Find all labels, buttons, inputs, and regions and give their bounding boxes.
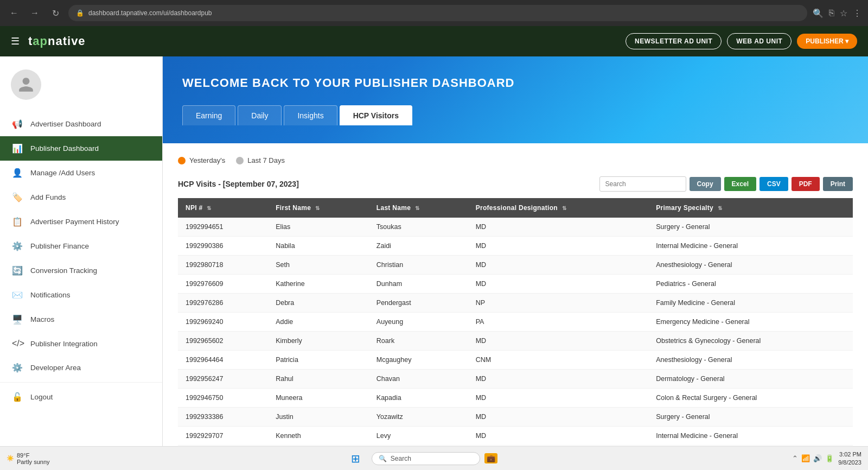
cell-npi: 1992933386 <box>178 408 268 427</box>
cell-firstname: Rahul <box>268 370 369 389</box>
cell-specialty: Anesthesiology - General <box>648 256 853 275</box>
monitor-icon: 🖥️ <box>12 314 23 325</box>
chevron-up-icon[interactable]: ⌃ <box>792 454 798 462</box>
hamburger-menu[interactable]: ☰ <box>11 35 20 47</box>
windows-icon: ⊞ <box>351 452 360 465</box>
print-button[interactable]: Print <box>823 177 853 191</box>
sidebar-label-publisher-dashboard: Publisher Dashboard <box>30 144 99 153</box>
cell-npi: 1992980718 <box>178 256 268 275</box>
col-specialty[interactable]: Primary Specialty ⇅ <box>648 198 853 218</box>
table-row[interactable]: 1992946750 Muneera Kapadia MD Colon & Re… <box>178 389 853 408</box>
tab-earning[interactable]: Earning <box>182 105 235 125</box>
table-row[interactable]: 1992929707 Kenneth Levy MD Internal Medi… <box>178 427 853 446</box>
table-row[interactable]: 1992956247 Rahul Chavan MD Dermatology -… <box>178 370 853 389</box>
cell-npi: 1992990386 <box>178 237 268 256</box>
cell-specialty: Internal Medicine - General <box>648 237 853 256</box>
sidebar-label-manage-users: Manage /Add Users <box>30 169 95 177</box>
cell-lastname: Auyeung <box>369 313 468 332</box>
cell-specialty: Family Medicine - General <box>648 294 853 313</box>
taskbar-search[interactable]: 🔍 Search <box>372 452 480 465</box>
wifi-icon: 📶 <box>801 454 810 462</box>
cell-lastname: Pendergast <box>369 294 468 313</box>
weather-widget: ☀️ 89°F Partly sunny <box>7 452 50 465</box>
sidebar-item-manage-users[interactable]: 👤 Manage /Add Users <box>0 161 162 185</box>
table-row[interactable]: 1992990386 Nabila Zaidi MD Internal Medi… <box>178 237 853 256</box>
cell-specialty: Emergency Medicine - General <box>648 313 853 332</box>
logo-area: ☰ tapnative <box>11 34 86 48</box>
radio-last7 <box>236 157 244 164</box>
pdf-button[interactable]: PDF <box>792 177 820 191</box>
excel-button[interactable]: Excel <box>724 177 756 191</box>
cell-designation: MD <box>468 275 649 294</box>
taskbar-right: ⌃ 📶 🔊 🔋 3:02 PM 9/8/2023 <box>792 450 861 466</box>
sidebar-item-developer-area[interactable]: ⚙️ Developer Area <box>0 355 162 380</box>
copy-button[interactable]: Copy <box>690 177 721 191</box>
table-row[interactable]: 1992994651 Elias Tsoukas MD Surgery - Ge… <box>178 218 853 237</box>
cell-lastname: Yozawitz <box>369 408 468 427</box>
volume-icon[interactable]: 🔊 <box>813 454 822 462</box>
sidebar-item-advertiser-payment[interactable]: 📋 Advertiser Payment History <box>0 209 162 234</box>
sidebar-item-advertiser-dashboard[interactable]: 📢 Advertiser Dashboard <box>0 112 162 136</box>
refresh-button[interactable]: ↻ <box>48 5 63 21</box>
sidebar-item-logout[interactable]: 🔓 Logout <box>0 385 162 409</box>
col-npi[interactable]: NPI # ⇅ <box>178 198 268 218</box>
tab-insights[interactable]: Insights <box>284 105 337 125</box>
taskbar-search-label: Search <box>391 455 411 462</box>
logo: tapnative <box>28 34 86 48</box>
main-layout: 📢 Advertiser Dashboard 📊 Publisher Dashb… <box>0 56 868 470</box>
table-row[interactable]: 1992933386 Justin Yozawitz MD Surgery - … <box>178 408 853 427</box>
weather-description: Partly sunny <box>17 459 50 465</box>
cell-lastname: Dunham <box>369 275 468 294</box>
clock-date: 9/8/2023 <box>838 459 861 466</box>
sort-npi-icon: ⇅ <box>207 205 211 211</box>
sidebar-item-add-funds[interactable]: 🏷️ Add Funds <box>0 185 162 209</box>
sidebar-item-publisher-finance[interactable]: ⚙️ Publisher Finance <box>0 234 162 258</box>
cell-designation: MD <box>468 389 649 408</box>
settings-icon: ⚙️ <box>12 363 23 373</box>
cell-firstname: Kimberly <box>268 332 369 351</box>
user-icon: 👤 <box>12 168 23 178</box>
back-button[interactable]: ← <box>7 5 22 21</box>
forward-button[interactable]: → <box>27 5 42 21</box>
cell-npi: 1992976286 <box>178 294 268 313</box>
cell-specialty: Obstetrics & Gynecology - General <box>648 332 853 351</box>
sidebar-item-macros[interactable]: 🖥️ Macros <box>0 307 162 332</box>
sidebar-item-publisher-integration[interactable]: </> Publisher Integration <box>0 332 162 355</box>
hero-tabs: Earning Daily Insights HCP Visitors <box>182 105 848 125</box>
share-icon[interactable]: ⎘ <box>829 8 834 18</box>
table-row[interactable]: 1992976286 Debra Pendergast NP Family Me… <box>178 294 853 313</box>
col-firstname[interactable]: First Name ⇅ <box>268 198 369 218</box>
cell-specialty: Surgery - General <box>648 408 853 427</box>
search-input[interactable] <box>599 176 686 192</box>
table-row[interactable]: 1992965602 Kimberly Roark MD Obstetrics … <box>178 332 853 351</box>
cell-lastname: Mcgaughey <box>369 351 468 370</box>
col-designation[interactable]: Professional Designation ⇅ <box>468 198 649 218</box>
tab-daily[interactable]: Daily <box>238 105 282 125</box>
cell-lastname: Tsoukas <box>369 218 468 237</box>
address-bar[interactable]: 🔒 dashboard.tapnative.com/ui/dashboardpu… <box>68 5 807 21</box>
csv-button[interactable]: CSV <box>760 177 788 191</box>
table-row[interactable]: 1992964464 Patricia Mcgaughey CNM Anesth… <box>178 351 853 370</box>
web-ad-unit-button[interactable]: WEB AD UNIT <box>727 33 792 49</box>
filter-last7days[interactable]: Last 7 Days <box>236 156 285 164</box>
table-row[interactable]: 1992976609 Katherine Dunham MD Pediatric… <box>178 275 853 294</box>
filter-yesterday[interactable]: Yesterday's <box>178 156 225 164</box>
sidebar-item-publisher-dashboard[interactable]: 📊 Publisher Dashboard <box>0 136 162 161</box>
cell-lastname: Levy <box>369 427 468 446</box>
tab-hcp-visitors[interactable]: HCP Visitors <box>340 105 412 125</box>
cell-npi: 1992964464 <box>178 351 268 370</box>
windows-start-button[interactable]: ⊞ <box>344 447 367 470</box>
menu-icon[interactable]: ⋮ <box>853 8 861 18</box>
cell-designation: MD <box>468 237 649 256</box>
col-lastname[interactable]: Last Name ⇅ <box>369 198 468 218</box>
briefcase-icon[interactable]: 💼 <box>484 453 497 463</box>
publisher-button[interactable]: PUBLISHER ▾ <box>797 34 857 49</box>
sidebar-item-notifications[interactable]: ✉️ Notifications <box>0 283 162 307</box>
star-icon[interactable]: ☆ <box>840 8 847 18</box>
sidebar-item-conversion-tracking[interactable]: 🔄 Conversion Tracking <box>0 258 162 283</box>
table-row[interactable]: 1992969240 Addie Auyeung PA Emergency Me… <box>178 313 853 332</box>
table-row[interactable]: 1992980718 Seth Christian MD Anesthesiol… <box>178 256 853 275</box>
taskbar: ☀️ 89°F Partly sunny ⊞ 🔍 Search 💼 ⌃ 📶 🔊 … <box>0 446 868 470</box>
newsletter-ad-unit-button[interactable]: NEWSLETTER AD UNIT <box>626 33 722 49</box>
search-icon[interactable]: 🔍 <box>813 8 824 18</box>
